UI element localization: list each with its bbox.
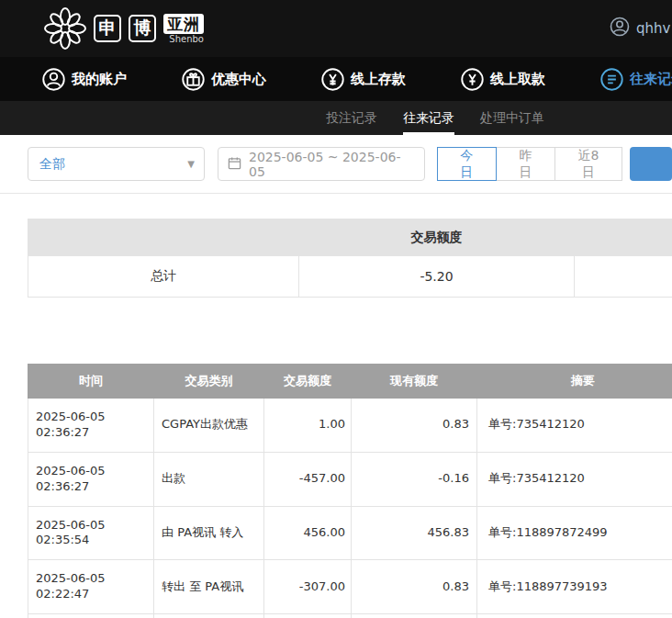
tab-label: 投注记录: [326, 110, 377, 127]
table-cell: 1.00: [264, 399, 352, 453]
user-avatar-icon: [610, 17, 630, 40]
summary-header-empty: [28, 219, 299, 256]
summary-header-row: 交易额度: [28, 219, 672, 256]
range-button-group: 今日 昨日 近8日: [438, 147, 622, 181]
table-cell: 456.83: [352, 506, 477, 560]
table-cell: 出款: [154, 452, 264, 506]
top-header: 申 博 亚洲 Shenbo qhhv: [0, 0, 672, 57]
brand-subtitle: Shenbo: [169, 35, 204, 44]
gift-icon: [182, 68, 205, 91]
summary-total-value: -5.20: [299, 256, 575, 298]
summary-table: 交易额度 总计 -5.20: [28, 219, 672, 298]
summary-empty-cell: [575, 256, 672, 298]
records-column-header: 交易额度: [264, 365, 352, 399]
calendar-icon: [228, 156, 241, 173]
tab-processing-orders[interactable]: 处理中订单: [480, 101, 544, 135]
summary-total-label: 总计: [28, 256, 299, 298]
brand-region-label: 亚洲: [163, 14, 204, 34]
table-cell: CGPAY-CG钱包支付笔笔送优惠: [154, 614, 264, 618]
nav-item-label: 线上取款: [490, 71, 545, 88]
nav-item-deposit[interactable]: 线上存款: [321, 68, 406, 91]
tab-label: 往来记录: [403, 110, 454, 127]
type-select-value: 全部: [39, 156, 65, 173]
withdraw-coin-icon: [461, 68, 484, 91]
table-cell: 0.83: [352, 560, 477, 614]
table-cell: 2025-06-05 02:35:54: [28, 506, 154, 560]
table-cell: 单号:735412120: [477, 399, 672, 453]
chevron-down-icon: ▼: [187, 159, 195, 169]
main-nav: 我的账户 优惠中心 线上存款 线上取款: [0, 57, 672, 101]
table-cell: 转出 至 PA视讯: [154, 560, 264, 614]
table-cell: 单号:118897739193: [477, 560, 672, 614]
table-cell: 1.80: [264, 614, 352, 618]
nav-item-label: 往来记录: [630, 71, 672, 88]
summary-amount-header: 交易额度: [299, 219, 575, 256]
table-cell: 2025-06-05 02:22:00: [28, 614, 154, 618]
table-row: 2025-06-05 02:36:27出款-457.00-0.16单号:7354…: [28, 452, 672, 506]
nav-item-withdraw[interactable]: 线上取款: [461, 68, 545, 91]
table-cell: -457.00: [264, 452, 352, 506]
divider: [0, 193, 672, 194]
table-cell: 单号:735412120: [477, 452, 672, 506]
tab-betting-records[interactable]: 投注记录: [326, 101, 377, 135]
date-range-value: 2025-06-05 ~ 2025-06-05: [249, 150, 415, 179]
table-cell: 单号:118897872499: [477, 506, 672, 560]
date-range-input[interactable]: 2025-06-05 ~ 2025-06-05: [218, 147, 425, 181]
records-table: 时间交易类别交易额度现有额度摘要 2025-06-05 02:36:27CGPA…: [28, 364, 672, 618]
brand-char-bo: 博: [129, 15, 156, 42]
last-8-days-button[interactable]: 近8日: [554, 147, 622, 181]
table-cell: -307.00: [264, 560, 352, 614]
table-cell: -0.16: [352, 452, 477, 506]
records-column-header: 时间: [28, 365, 154, 399]
table-row: 2025-06-05 02:35:54由 PA视讯 转入456.00456.83…: [28, 506, 672, 560]
nav-item-label: 我的账户: [72, 71, 127, 88]
records-column-header: 现有额度: [352, 365, 477, 399]
user-icon: [42, 68, 65, 91]
nav-item-label: 线上存款: [351, 71, 406, 88]
summary-header-empty: [575, 219, 672, 256]
tab-label: 处理中订单: [480, 110, 544, 127]
brand-right: 亚洲 Shenbo: [163, 14, 204, 44]
sub-nav: 投注记录 往来记录 处理中订单: [0, 101, 672, 135]
yesterday-button[interactable]: 昨日: [496, 147, 555, 181]
records-icon: [600, 68, 623, 91]
nav-item-label: 优惠中心: [211, 71, 266, 88]
table-cell: 由 PA视讯 转入: [154, 506, 264, 560]
type-select[interactable]: 全部 ▼: [28, 147, 205, 181]
table-cell: CGPAY出款优惠: [154, 399, 264, 453]
brand-char-shen: 申: [94, 15, 121, 42]
table-cell: 0.83: [352, 399, 477, 453]
nav-item-my-account[interactable]: 我的账户: [42, 68, 127, 91]
table-cell: 2025-06-05 02:36:27: [28, 399, 154, 453]
table-row: 2025-06-05 02:22:47转出 至 PA视讯-307.000.83单…: [28, 560, 672, 614]
table-cell: 2025-06-05 02:36:27: [28, 452, 154, 506]
nav-item-promotions[interactable]: 优惠中心: [182, 68, 266, 91]
records-header-row: 时间交易类别交易额度现有额度摘要: [28, 365, 672, 399]
nav-item-transaction-records[interactable]: 往来记录: [600, 68, 672, 91]
tab-transaction-records[interactable]: 往来记录: [403, 101, 454, 135]
lotus-logo-icon: [44, 7, 86, 50]
filter-bar: 全部 ▼ 2025-06-05 ~ 2025-06-05 今日 昨日 近8日: [28, 147, 672, 181]
records-column-header: 摘要: [477, 365, 672, 399]
table-row: 2025-06-05 02:22:00CGPAY-CG钱包支付笔笔送优惠1.80…: [28, 614, 672, 618]
username-label: qhhv: [636, 20, 670, 37]
records-column-header: 交易类别: [154, 365, 264, 399]
table-cell: 456.00: [264, 506, 352, 560]
table-cell: 2025-06-05 02:22:47: [28, 560, 154, 614]
site-logo[interactable]: 申 博 亚洲 Shenbo: [44, 7, 204, 50]
table-cell: 单号:202506053978079204: [477, 614, 672, 618]
table-cell: 307.83: [352, 614, 477, 618]
summary-total-row: 总计 -5.20: [28, 256, 672, 298]
today-button[interactable]: 今日: [437, 147, 497, 181]
deposit-coin-icon: [321, 68, 344, 91]
table-row: 2025-06-05 02:36:27CGPAY出款优惠1.000.83单号:7…: [28, 399, 672, 453]
user-account-area[interactable]: qhhv: [610, 0, 670, 57]
search-button[interactable]: [630, 147, 672, 181]
records-body: 2025-06-05 02:36:27CGPAY出款优惠1.000.83单号:7…: [28, 399, 672, 618]
